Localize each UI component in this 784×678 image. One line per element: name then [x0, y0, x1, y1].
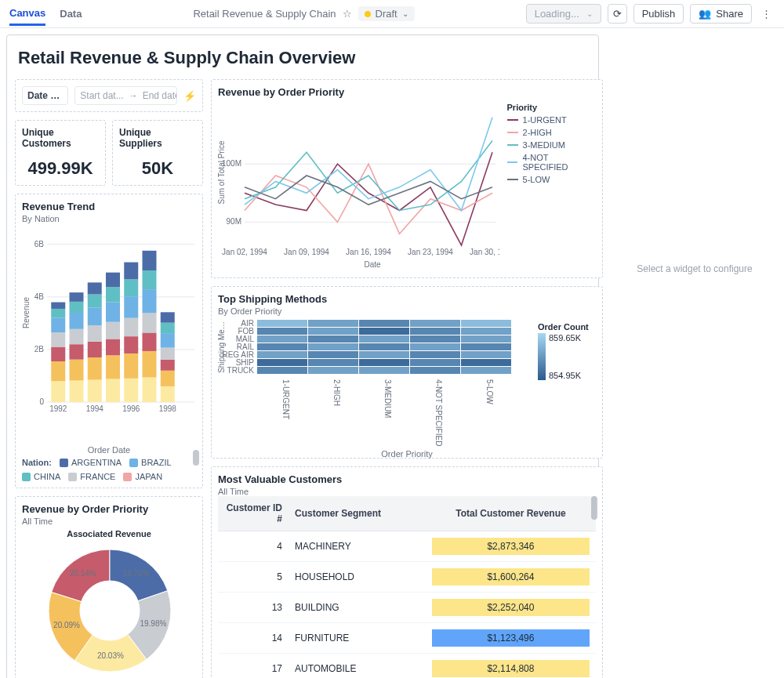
start-date-input[interactable]: Start dat... → End date ... — [74, 86, 177, 105]
chart-subtitle: All Time — [22, 517, 196, 526]
svg-text:5-LOW: 5-LOW — [485, 379, 494, 404]
legend-item[interactable]: 4-NOT SPECIFIED — [507, 153, 596, 172]
svg-text:1-URGENT: 1-URGENT — [281, 379, 290, 419]
tab-canvas[interactable]: Canvas — [9, 2, 45, 26]
metric-unique-suppliers[interactable]: Unique Suppliers 50K — [112, 120, 203, 186]
svg-text:TRUCK: TRUCK — [227, 366, 255, 375]
svg-rect-37 — [106, 287, 120, 302]
date-range-filter: Date Ra... Start dat... → End date ... ⚡ — [15, 79, 203, 112]
table-row[interactable]: 5HOUSEHOLD$1,600,264 — [218, 562, 596, 593]
table-row[interactable]: 14FURNITURE$1,123,496 — [218, 623, 596, 654]
svg-text:6B: 6B — [34, 240, 45, 248]
svg-text:Sum of Total Price: Sum of Total Price — [218, 140, 226, 204]
svg-text:1996: 1996 — [122, 404, 140, 413]
revenue-pie-chart[interactable]: Revenue by Order Priority All Time Assoc… — [15, 496, 203, 678]
table-row[interactable]: 4MACHINERY$2,873,346 — [218, 531, 596, 562]
svg-rect-17 — [70, 380, 84, 402]
chart-title: Revenue Trend — [22, 201, 196, 212]
svg-rect-88 — [359, 328, 409, 335]
svg-rect-28 — [88, 307, 102, 325]
svg-text:Shipping Me…: Shipping Me… — [218, 321, 226, 373]
view-tabs: Canvas Data — [9, 0, 82, 27]
svg-rect-87 — [308, 328, 358, 335]
revenue-line-chart[interactable]: Revenue by Order Priority 90M100MSum of … — [211, 79, 603, 278]
end-date-placeholder: End date ... — [143, 90, 177, 101]
chart-title: Most Valuable Customers — [218, 473, 596, 485]
scale-label: Order Count — [538, 322, 589, 332]
legend-item[interactable]: BRAZIL — [129, 458, 172, 467]
customers-table-card[interactable]: Most Valuable Customers All Time Custome… — [211, 466, 603, 678]
svg-rect-30 — [88, 282, 102, 294]
loading-label: Loading... — [535, 8, 579, 20]
svg-rect-81 — [308, 320, 358, 327]
tab-data[interactable]: Data — [60, 3, 82, 24]
svg-text:19.76%: 19.76% — [123, 569, 150, 578]
svg-rect-112 — [359, 359, 409, 366]
svg-rect-119 — [410, 367, 460, 374]
svg-text:Date: Date — [364, 260, 381, 269]
arrow-right-icon: → — [129, 90, 138, 101]
svg-text:Jan 30, 1994: Jan 30, 1994 — [470, 248, 499, 256]
svg-rect-106 — [359, 351, 409, 358]
sidepanel-message: Select a widget to configure — [613, 263, 776, 274]
svg-rect-36 — [106, 303, 120, 322]
col-header[interactable]: Total Customer Revenue — [426, 496, 596, 531]
svg-rect-60 — [161, 312, 175, 322]
svg-rect-114 — [461, 359, 511, 366]
svg-rect-92 — [257, 335, 307, 343]
shipping-heatmap-chart[interactable]: Top Shipping Methods By Order Priority S… — [211, 286, 603, 459]
legend-item[interactable]: 2-HIGH — [507, 128, 596, 137]
svg-rect-11 — [51, 347, 65, 361]
svg-rect-50 — [143, 313, 157, 332]
scroll-indicator — [193, 450, 199, 466]
svg-rect-86 — [257, 328, 307, 335]
legend-item[interactable]: 3-MEDIUM — [507, 140, 596, 150]
svg-rect-22 — [70, 302, 84, 313]
svg-rect-99 — [308, 343, 358, 350]
chart-title: Revenue by Order Priority — [22, 503, 196, 515]
lightning-icon[interactable]: ⚡ — [183, 90, 196, 102]
table-row[interactable]: 13BUILDING$2,252,040 — [218, 593, 596, 623]
svg-text:Jan 16, 1994: Jan 16, 1994 — [346, 248, 391, 256]
start-date-placeholder: Start dat... — [80, 90, 123, 101]
svg-rect-24 — [88, 379, 102, 402]
legend-item[interactable]: FRANCE — [68, 472, 115, 481]
star-icon[interactable]: ☆ — [343, 8, 352, 20]
svg-rect-42 — [124, 318, 138, 336]
legend-item[interactable]: CHINA — [22, 472, 60, 481]
svg-rect-12 — [51, 332, 65, 346]
kebab-menu-icon[interactable]: ⋮ — [758, 5, 775, 23]
publish-button[interactable]: Publish — [633, 4, 684, 24]
col-header[interactable]: Customer Segment — [289, 496, 426, 531]
table-row[interactable]: 17AUTOMOBILE$2,114,808 — [218, 654, 596, 679]
status-dropdown[interactable]: Draft ⌄ — [358, 6, 415, 21]
svg-rect-49 — [143, 332, 157, 350]
legend-item[interactable]: 5-LOW — [507, 175, 596, 184]
svg-rect-93 — [308, 335, 358, 343]
legend-item[interactable]: JAPAN — [123, 472, 162, 481]
heatmap-plot: Shipping Me…AIRFOBMAILRAILREG AIRSHIPTRU… — [218, 316, 532, 449]
chevron-down-icon: ⌄ — [402, 9, 408, 18]
share-button[interactable]: 👥 Share — [690, 4, 752, 24]
topbar-actions: Loading... ⌄ ⟳ Publish 👥 Share ⋮ — [526, 4, 775, 24]
svg-rect-19 — [70, 344, 84, 359]
loading-dropdown[interactable]: Loading... ⌄ — [526, 4, 601, 24]
svg-text:Jan 02, 1994: Jan 02, 1994 — [222, 248, 267, 256]
svg-rect-34 — [106, 339, 120, 356]
svg-rect-53 — [143, 251, 157, 270]
legend-item[interactable]: ARGENTINA — [60, 458, 122, 467]
svg-text:Revenue: Revenue — [22, 297, 31, 328]
refresh-button[interactable]: ⟳ — [608, 4, 627, 24]
svg-rect-95 — [410, 335, 460, 343]
svg-rect-32 — [106, 379, 120, 402]
col-header[interactable]: Customer ID # — [218, 496, 289, 531]
svg-rect-90 — [461, 328, 511, 335]
metric-unique-customers[interactable]: Unique Customers 499.99K — [15, 120, 106, 186]
svg-rect-56 — [161, 360, 175, 371]
svg-rect-101 — [410, 343, 460, 350]
svg-text:1994: 1994 — [86, 404, 104, 413]
svg-rect-104 — [257, 351, 307, 358]
legend-item[interactable]: 1-URGENT — [507, 115, 596, 125]
svg-rect-47 — [143, 377, 157, 402]
revenue-trend-chart[interactable]: Revenue Trend By Nation 02B4B6BRevenue19… — [15, 194, 203, 488]
